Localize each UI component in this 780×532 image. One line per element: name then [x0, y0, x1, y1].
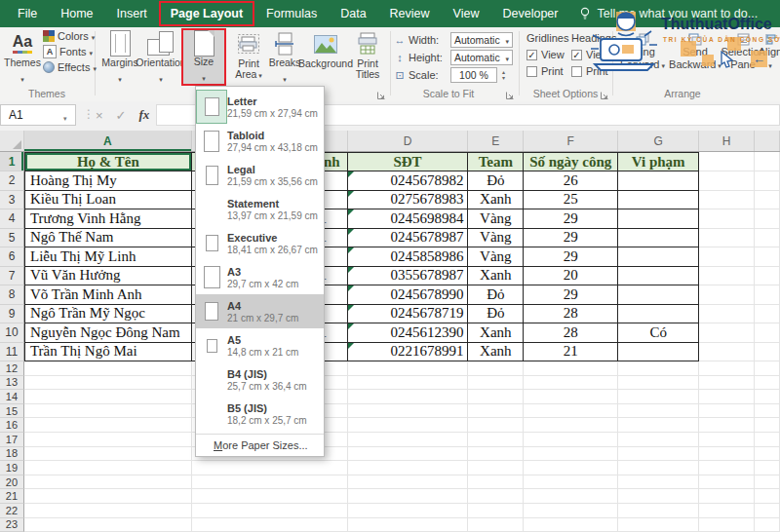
cell[interactable] — [524, 475, 618, 490]
cell[interactable] — [755, 376, 780, 391]
size-option-b4jis[interactable]: B4 (JIS)25,7 cm x 36,4 cm — [196, 362, 324, 397]
cell[interactable]: 25 — [524, 191, 618, 210]
column-header[interactable]: D — [348, 131, 469, 151]
cell[interactable] — [192, 461, 348, 475]
print-area-button[interactable]: Print Area — [230, 29, 267, 86]
gridlines-print-checkbox[interactable]: Print — [526, 65, 568, 77]
scale-spinner[interactable]: ▴▾ — [502, 69, 505, 81]
row-header[interactable]: 21 — [0, 489, 24, 504]
row-header[interactable]: 19 — [0, 461, 24, 475]
bring-forward-button[interactable]: Bring Forward — [618, 33, 667, 72]
cell[interactable] — [755, 418, 780, 433]
cell[interactable]: 29 — [524, 247, 618, 267]
cell[interactable] — [24, 447, 192, 462]
cell[interactable]: 0245678982 — [348, 171, 469, 191]
row-header[interactable]: 15 — [0, 404, 24, 419]
send-backward-button[interactable]: Send Backward — [669, 33, 722, 72]
size-option-a3[interactable]: A329,7 cm x 42 cm — [196, 260, 324, 294]
print-titles-button[interactable]: Print Titles — [349, 29, 386, 86]
cell[interactable] — [699, 518, 755, 532]
cell[interactable] — [618, 390, 699, 404]
cell[interactable] — [618, 267, 699, 286]
cell[interactable] — [468, 390, 524, 404]
cell[interactable] — [755, 323, 780, 343]
cell[interactable] — [755, 518, 780, 532]
cell[interactable] — [755, 247, 780, 267]
cell[interactable]: 29 — [524, 229, 618, 248]
cell[interactable]: 29 — [524, 285, 618, 305]
effects-button[interactable]: Effects — [43, 61, 97, 73]
cell-a1[interactable]: Họ & Tên — [24, 152, 192, 171]
cell[interactable] — [699, 361, 755, 376]
cell[interactable] — [755, 447, 780, 462]
cell[interactable] — [699, 390, 755, 404]
cell[interactable] — [524, 404, 618, 419]
gridlines-view-checkbox[interactable]: View — [526, 49, 568, 60]
cell[interactable] — [524, 489, 618, 504]
cell[interactable]: Xanh — [468, 323, 524, 343]
cell[interactable]: Đỏ — [468, 171, 524, 191]
cell[interactable] — [524, 376, 618, 391]
column-header[interactable]: F — [524, 131, 618, 151]
cell[interactable] — [524, 518, 618, 532]
enter-icon[interactable]: ✓ — [116, 108, 127, 123]
cell[interactable] — [699, 343, 755, 362]
row-header[interactable]: 1 — [0, 152, 24, 171]
insert-function-icon[interactable]: fx — [139, 107, 150, 123]
cell[interactable] — [524, 461, 618, 475]
cell[interactable] — [468, 361, 524, 376]
cell[interactable]: 0221678991 — [348, 343, 469, 362]
cell[interactable] — [618, 305, 699, 324]
cell[interactable] — [524, 504, 618, 518]
cell[interactable] — [348, 504, 469, 518]
cell[interactable] — [755, 191, 780, 210]
cell[interactable] — [755, 209, 780, 229]
row-header[interactable]: 18 — [0, 447, 24, 462]
cell[interactable]: Võ Trần Minh Anh — [24, 285, 192, 305]
cell[interactable] — [348, 475, 469, 490]
row-header[interactable]: 5 — [0, 229, 24, 248]
cell[interactable] — [755, 267, 780, 286]
cell[interactable] — [348, 404, 469, 419]
cell[interactable] — [699, 461, 755, 475]
cell[interactable] — [755, 343, 780, 362]
cell[interactable] — [699, 418, 755, 433]
cell[interactable]: Số ngày công — [524, 152, 618, 171]
cell[interactable] — [699, 247, 755, 267]
cell[interactable] — [468, 376, 524, 391]
cell[interactable] — [524, 433, 618, 447]
cell[interactable] — [348, 390, 469, 404]
row-header[interactable]: 11 — [0, 343, 24, 362]
cell[interactable] — [755, 229, 780, 248]
size-option-legal[interactable]: Legal21,59 cm x 35,56 cm — [196, 158, 324, 192]
tab-file[interactable]: File — [6, 1, 49, 26]
cell[interactable] — [618, 343, 699, 362]
size-option-a4[interactable]: A421 cm x 29,7 cm — [196, 294, 324, 328]
tab-home[interactable]: Home — [49, 1, 104, 26]
cell[interactable]: Nguyễn Ngọc Đông Nam — [24, 323, 192, 343]
cell[interactable]: 0245678987 — [348, 229, 469, 248]
cell[interactable]: Đỏ — [468, 305, 524, 324]
cell[interactable]: 20 — [524, 267, 618, 286]
cell[interactable]: Trần Thị Ngô Mai — [24, 343, 192, 362]
cell[interactable] — [755, 152, 780, 171]
cell[interactable]: Có — [618, 323, 699, 343]
cell[interactable]: 0245612390 — [348, 323, 469, 343]
cell[interactable] — [348, 447, 469, 462]
themes-button[interactable]: Themes — [3, 29, 42, 86]
row-header[interactable]: 9 — [0, 305, 24, 324]
cell[interactable] — [618, 191, 699, 210]
column-header[interactable]: E — [468, 131, 524, 151]
column-header[interactable] — [755, 131, 780, 151]
background-button[interactable]: Background — [302, 29, 349, 86]
breaks-button[interactable]: Breaks — [267, 29, 302, 86]
column-header[interactable]: A — [24, 131, 192, 151]
row-header[interactable]: 13 — [0, 376, 24, 391]
cell[interactable] — [468, 475, 524, 490]
cell[interactable] — [699, 267, 755, 286]
column-header[interactable]: G — [618, 131, 699, 151]
cell[interactable] — [348, 518, 469, 532]
cell[interactable] — [699, 376, 755, 391]
fonts-button[interactable]: Fonts — [43, 45, 97, 58]
cell[interactable] — [699, 209, 755, 229]
